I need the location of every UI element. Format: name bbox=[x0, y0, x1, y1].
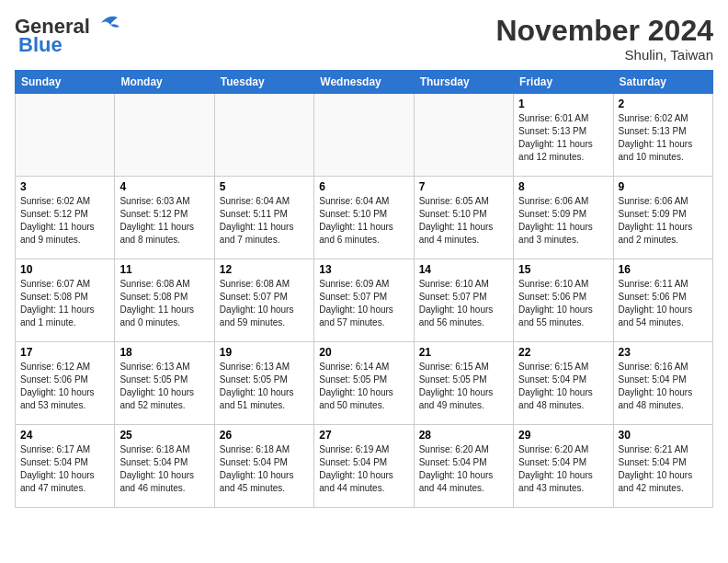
week-row-2: 3Sunrise: 6:02 AM Sunset: 5:12 PM Daylig… bbox=[16, 177, 713, 259]
day-number: 28 bbox=[419, 429, 508, 442]
calendar-cell: 2Sunrise: 6:02 AM Sunset: 5:13 PM Daylig… bbox=[613, 94, 712, 177]
calendar-cell: 8Sunrise: 6:06 AM Sunset: 5:09 PM Daylig… bbox=[514, 177, 613, 259]
day-info: Sunrise: 6:03 AM Sunset: 5:12 PM Dayligh… bbox=[119, 195, 209, 247]
day-info: Sunrise: 6:19 AM Sunset: 5:04 PM Dayligh… bbox=[319, 443, 408, 495]
day-number: 5 bbox=[220, 180, 309, 193]
calendar-cell: 9Sunrise: 6:06 AM Sunset: 5:09 PM Daylig… bbox=[613, 177, 712, 259]
day-number: 24 bbox=[20, 429, 109, 442]
logo: General Blue bbox=[15, 15, 127, 57]
week-row-3: 10Sunrise: 6:07 AM Sunset: 5:08 PM Dayli… bbox=[16, 259, 713, 342]
weekday-header-wednesday: Wednesday bbox=[314, 71, 414, 94]
calendar-cell bbox=[414, 94, 513, 177]
day-info: Sunrise: 6:02 AM Sunset: 5:12 PM Dayligh… bbox=[20, 195, 109, 247]
day-number: 25 bbox=[119, 429, 209, 442]
calendar-cell: 16Sunrise: 6:11 AM Sunset: 5:06 PM Dayli… bbox=[613, 259, 712, 342]
day-number: 6 bbox=[319, 180, 408, 193]
day-number: 19 bbox=[220, 346, 309, 359]
weekday-header-saturday: Saturday bbox=[613, 71, 712, 94]
day-info: Sunrise: 6:18 AM Sunset: 5:04 PM Dayligh… bbox=[119, 443, 209, 495]
day-number: 8 bbox=[518, 180, 608, 193]
day-info: Sunrise: 6:20 AM Sunset: 5:04 PM Dayligh… bbox=[419, 443, 508, 495]
day-number: 10 bbox=[20, 263, 109, 276]
calendar-cell: 21Sunrise: 6:15 AM Sunset: 5:05 PM Dayli… bbox=[414, 342, 513, 425]
day-info: Sunrise: 6:02 AM Sunset: 5:13 PM Dayligh… bbox=[619, 112, 708, 164]
day-number: 9 bbox=[619, 180, 708, 193]
weekday-header-monday: Monday bbox=[115, 71, 214, 94]
calendar-cell bbox=[16, 94, 115, 177]
month-title: November 2024 bbox=[495, 15, 713, 47]
day-info: Sunrise: 6:10 AM Sunset: 5:07 PM Dayligh… bbox=[419, 278, 508, 329]
week-row-1: 1Sunrise: 6:01 AM Sunset: 5:13 PM Daylig… bbox=[16, 94, 713, 177]
week-row-5: 24Sunrise: 6:17 AM Sunset: 5:04 PM Dayli… bbox=[16, 425, 713, 508]
day-info: Sunrise: 6:14 AM Sunset: 5:05 PM Dayligh… bbox=[319, 361, 408, 412]
day-info: Sunrise: 6:08 AM Sunset: 5:08 PM Dayligh… bbox=[119, 278, 209, 329]
day-info: Sunrise: 6:04 AM Sunset: 5:10 PM Dayligh… bbox=[319, 195, 408, 247]
calendar-cell: 28Sunrise: 6:20 AM Sunset: 5:04 PM Dayli… bbox=[414, 425, 513, 508]
day-info: Sunrise: 6:08 AM Sunset: 5:07 PM Dayligh… bbox=[220, 278, 309, 329]
calendar-cell: 7Sunrise: 6:05 AM Sunset: 5:10 PM Daylig… bbox=[414, 177, 513, 259]
calendar-cell: 24Sunrise: 6:17 AM Sunset: 5:04 PM Dayli… bbox=[16, 425, 115, 508]
calendar-cell: 27Sunrise: 6:19 AM Sunset: 5:04 PM Dayli… bbox=[314, 425, 414, 508]
calendar-cell bbox=[115, 94, 214, 177]
calendar-cell: 26Sunrise: 6:18 AM Sunset: 5:04 PM Dayli… bbox=[214, 425, 313, 508]
day-number: 1 bbox=[518, 98, 608, 110]
calendar-cell: 29Sunrise: 6:20 AM Sunset: 5:04 PM Dayli… bbox=[514, 425, 613, 508]
day-info: Sunrise: 6:13 AM Sunset: 5:05 PM Dayligh… bbox=[220, 361, 309, 412]
location: Shulin, Taiwan bbox=[495, 47, 713, 63]
calendar-cell: 30Sunrise: 6:21 AM Sunset: 5:04 PM Dayli… bbox=[613, 425, 712, 508]
day-info: Sunrise: 6:05 AM Sunset: 5:10 PM Dayligh… bbox=[419, 195, 508, 247]
calendar-cell bbox=[314, 94, 414, 177]
logo-blue-text: Blue bbox=[18, 33, 63, 57]
day-number: 20 bbox=[319, 346, 408, 359]
day-number: 21 bbox=[419, 346, 508, 359]
calendar-table: SundayMondayTuesdayWednesdayThursdayFrid… bbox=[15, 70, 713, 508]
weekday-header-tuesday: Tuesday bbox=[214, 71, 313, 94]
calendar-cell: 25Sunrise: 6:18 AM Sunset: 5:04 PM Dayli… bbox=[115, 425, 214, 508]
day-number: 13 bbox=[319, 263, 408, 276]
title-block: November 2024 Shulin, Taiwan bbox=[495, 15, 713, 63]
day-info: Sunrise: 6:09 AM Sunset: 5:07 PM Dayligh… bbox=[319, 278, 408, 329]
day-info: Sunrise: 6:15 AM Sunset: 5:05 PM Dayligh… bbox=[419, 361, 508, 412]
day-info: Sunrise: 6:18 AM Sunset: 5:04 PM Dayligh… bbox=[220, 443, 309, 495]
calendar-cell: 18Sunrise: 6:13 AM Sunset: 5:05 PM Dayli… bbox=[115, 342, 214, 425]
day-info: Sunrise: 6:04 AM Sunset: 5:11 PM Dayligh… bbox=[220, 195, 309, 247]
calendar-cell: 12Sunrise: 6:08 AM Sunset: 5:07 PM Dayli… bbox=[214, 259, 313, 342]
day-number: 11 bbox=[119, 263, 209, 276]
calendar-cell bbox=[214, 94, 313, 177]
day-number: 15 bbox=[518, 263, 608, 276]
day-number: 22 bbox=[518, 346, 608, 359]
day-number: 30 bbox=[619, 429, 708, 442]
day-number: 12 bbox=[220, 263, 309, 276]
weekday-header-sunday: Sunday bbox=[16, 71, 115, 94]
calendar-cell: 22Sunrise: 6:15 AM Sunset: 5:04 PM Dayli… bbox=[514, 342, 613, 425]
day-info: Sunrise: 6:13 AM Sunset: 5:05 PM Dayligh… bbox=[119, 361, 209, 412]
day-number: 29 bbox=[518, 429, 608, 442]
day-info: Sunrise: 6:01 AM Sunset: 5:13 PM Dayligh… bbox=[518, 112, 608, 164]
day-number: 3 bbox=[20, 180, 109, 193]
calendar-cell: 5Sunrise: 6:04 AM Sunset: 5:11 PM Daylig… bbox=[214, 177, 313, 259]
weekday-header-friday: Friday bbox=[514, 71, 613, 94]
calendar-cell: 4Sunrise: 6:03 AM Sunset: 5:12 PM Daylig… bbox=[115, 177, 214, 259]
calendar-cell: 11Sunrise: 6:08 AM Sunset: 5:08 PM Dayli… bbox=[115, 259, 214, 342]
calendar-cell: 20Sunrise: 6:14 AM Sunset: 5:05 PM Dayli… bbox=[314, 342, 414, 425]
day-number: 17 bbox=[20, 346, 109, 359]
calendar-cell: 1Sunrise: 6:01 AM Sunset: 5:13 PM Daylig… bbox=[514, 94, 613, 177]
calendar-cell: 14Sunrise: 6:10 AM Sunset: 5:07 PM Dayli… bbox=[414, 259, 513, 342]
day-info: Sunrise: 6:16 AM Sunset: 5:04 PM Dayligh… bbox=[619, 361, 708, 412]
day-info: Sunrise: 6:10 AM Sunset: 5:06 PM Dayligh… bbox=[518, 278, 608, 329]
day-info: Sunrise: 6:06 AM Sunset: 5:09 PM Dayligh… bbox=[619, 195, 708, 247]
calendar-cell: 6Sunrise: 6:04 AM Sunset: 5:10 PM Daylig… bbox=[314, 177, 414, 259]
day-info: Sunrise: 6:20 AM Sunset: 5:04 PM Dayligh… bbox=[518, 443, 608, 495]
calendar-cell: 10Sunrise: 6:07 AM Sunset: 5:08 PM Dayli… bbox=[16, 259, 115, 342]
calendar-cell: 19Sunrise: 6:13 AM Sunset: 5:05 PM Dayli… bbox=[214, 342, 313, 425]
week-row-4: 17Sunrise: 6:12 AM Sunset: 5:06 PM Dayli… bbox=[16, 342, 713, 425]
day-info: Sunrise: 6:21 AM Sunset: 5:04 PM Dayligh… bbox=[619, 443, 708, 495]
calendar-body: 1Sunrise: 6:01 AM Sunset: 5:13 PM Daylig… bbox=[16, 94, 713, 508]
day-number: 2 bbox=[619, 98, 708, 110]
calendar-cell: 17Sunrise: 6:12 AM Sunset: 5:06 PM Dayli… bbox=[16, 342, 115, 425]
day-info: Sunrise: 6:17 AM Sunset: 5:04 PM Dayligh… bbox=[20, 443, 109, 495]
day-number: 26 bbox=[220, 429, 309, 442]
calendar-cell: 13Sunrise: 6:09 AM Sunset: 5:07 PM Dayli… bbox=[314, 259, 414, 342]
day-number: 14 bbox=[419, 263, 508, 276]
weekday-header-thursday: Thursday bbox=[414, 71, 513, 94]
